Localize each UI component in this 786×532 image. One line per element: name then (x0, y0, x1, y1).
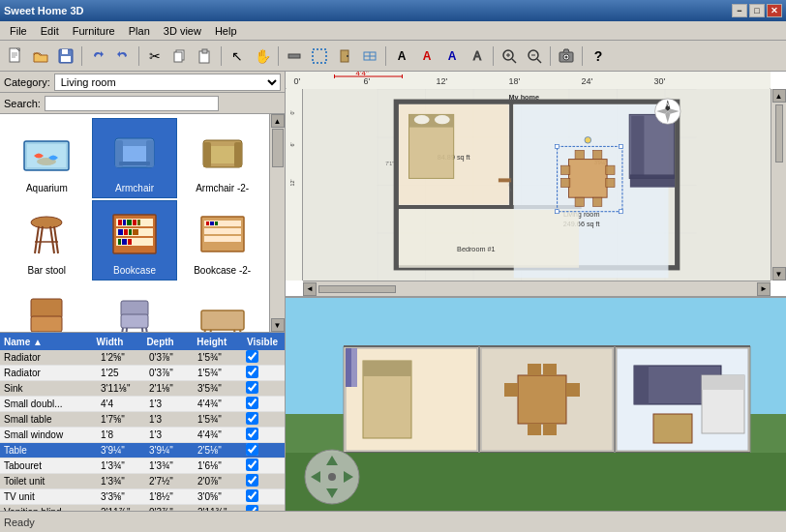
furniture-item-bookcase2[interactable]: Bookcase -2- (179, 200, 265, 281)
props-row-smallwindow[interactable]: Small window 1'8 1'3 4'4¾" (0, 428, 285, 443)
cell-name: Small doubl... (2, 399, 99, 409)
save-button[interactable] (54, 44, 77, 68)
search-input[interactable] (45, 96, 219, 111)
visible-checkbox[interactable] (246, 458, 258, 471)
props-row-sink[interactable]: Sink 3'11⅛" 2'1⅛" 3'5¾" (0, 381, 285, 397)
props-row-radiator2[interactable]: Radiator 1'25 0'3⅞" 1'5¾" (0, 366, 285, 381)
pan-button[interactable]: ✋ (251, 44, 274, 68)
floor-plan[interactable]: 0' 6' 12' 18' 24' 30' 4'4" 0' (286, 72, 786, 298)
furniture-item-bookcase[interactable]: Bookcase (92, 200, 178, 281)
furniture-item-barstool[interactable]: Bar stool (4, 200, 90, 281)
copy-button[interactable] (168, 44, 192, 68)
open-button[interactable] (29, 44, 52, 68)
text-button[interactable]: A (390, 44, 413, 68)
menu-plan[interactable]: Plan (123, 23, 156, 39)
cell-visible (244, 458, 283, 473)
zoom-in-button[interactable] (498, 44, 521, 68)
menu-help[interactable]: Help (209, 23, 243, 39)
plan-scroll-up[interactable]: ▲ (772, 89, 786, 103)
text-style-button[interactable]: A (415, 44, 438, 68)
plan-scroll-down[interactable]: ▼ (772, 267, 786, 281)
plan-hscroll-thumb[interactable] (318, 285, 396, 293)
add-wall-button[interactable] (283, 44, 306, 68)
paste-button[interactable] (194, 44, 217, 68)
visible-checkbox[interactable] (246, 474, 258, 487)
zoom-out-button[interactable] (523, 44, 546, 68)
add-room-button[interactable] (308, 44, 331, 68)
visible-checkbox[interactable] (246, 505, 258, 511)
props-row-smalltable[interactable]: Small table 1'7⅝" 1'3 1'5¾" (0, 412, 285, 428)
maximize-button[interactable]: □ (749, 4, 765, 17)
select-button[interactable]: ↖ (226, 44, 249, 68)
svg-rect-70 (31, 316, 62, 332)
close-button[interactable]: ✕ (767, 4, 782, 17)
help-button[interactable]: ? (587, 44, 610, 68)
furniture-item-armchair2[interactable]: Armchair -2- (179, 118, 265, 198)
visible-checkbox[interactable] (246, 397, 258, 409)
scroll-thumb[interactable] (272, 129, 284, 167)
minimize-button[interactable]: − (732, 4, 747, 17)
category-select[interactable]: Living room Bedroom Kitchen Bathroom (54, 74, 281, 91)
visible-checkbox[interactable] (246, 428, 258, 440)
add-door-button[interactable] (333, 44, 356, 68)
furniture-item-aquarium[interactable]: Aquarium (4, 118, 90, 198)
cut-button[interactable]: ✂ (143, 44, 166, 68)
furniture-item-chair[interactable]: Chair (4, 282, 90, 332)
cell-width: 2'11⅞" (99, 507, 147, 511)
plan-area[interactable]: My home 84.89 sq ft Living room 249.66 s… (303, 89, 771, 281)
new-button[interactable] (4, 44, 27, 68)
svg-line-19 (512, 59, 516, 63)
cell-depth: 2'7½" (147, 476, 196, 487)
coffeetable-thumb (194, 287, 252, 332)
scroll-up-button[interactable]: ▲ (271, 114, 285, 128)
3d-view[interactable] (286, 298, 786, 511)
toolbar-separator-1 (81, 46, 82, 66)
visible-checkbox[interactable] (246, 489, 258, 502)
cell-depth: 0'3⅞" (147, 507, 196, 511)
scroll-down-button[interactable]: ▼ (271, 318, 285, 332)
props-row-tvunit[interactable]: TV unit 3'3⅝" 1'8½" 3'0⅝" (0, 489, 285, 505)
visible-checkbox[interactable] (246, 412, 258, 425)
furniture-item-chair2[interactable]: Chair -2- (92, 282, 178, 332)
props-row-smalldouble[interactable]: Small doubl... 4'4 1'3 4'4¾" (0, 397, 285, 412)
svg-rect-61 (128, 239, 132, 245)
svg-rect-125 (556, 144, 559, 148)
add-window-button[interactable] (358, 44, 381, 68)
plan-scroll-left[interactable]: ◄ (303, 282, 317, 296)
cell-visible (244, 397, 283, 411)
props-row-radiator1[interactable]: Radiator 1'2⅝" 0'3⅞" 1'5¾" (0, 350, 285, 366)
visible-checkbox[interactable] (246, 443, 258, 456)
text-outline-button[interactable]: A (466, 44, 489, 68)
camera-button[interactable] (555, 44, 578, 68)
furniture-scrollbar[interactable]: ▲ ▼ (269, 114, 285, 332)
cell-visible (244, 489, 283, 504)
menu-furniture[interactable]: Furniture (67, 23, 121, 39)
menu-edit[interactable]: Edit (35, 23, 65, 39)
svg-rect-151 (518, 375, 566, 424)
visible-checkbox[interactable] (246, 366, 258, 378)
plan-scroll-vertical[interactable]: ▲ ▼ (771, 89, 786, 281)
furniture-item-coffeetable[interactable]: Coffee table (179, 282, 265, 332)
plan-scroll-horizontal[interactable]: ◄ ► (303, 281, 771, 296)
svg-line-42 (54, 226, 58, 253)
props-row-tabouret[interactable]: Tabouret 1'3¾" 1'3¾" 1'6⅛" (0, 458, 285, 474)
text-color-button[interactable]: A (440, 44, 464, 68)
plan-scroll-right[interactable]: ► (757, 282, 771, 296)
svg-rect-59 (118, 239, 121, 245)
svg-line-43 (39, 226, 43, 253)
furniture-item-armchair[interactable]: Armchair (92, 118, 178, 198)
props-row-toilet[interactable]: Toilet unit 1'3¾" 2'7½" 2'0⅞" (0, 474, 285, 489)
props-row-table[interactable]: Table 3'9¼" 3'9¼" 2'5⅛" (0, 443, 285, 458)
cell-name: Sink (2, 383, 99, 394)
plan-vscroll-thumb[interactable] (775, 104, 783, 163)
undo-button[interactable] (86, 44, 109, 68)
bookcase-label: Bookcase (113, 265, 156, 276)
props-row-venetianblind[interactable]: Venitian blind 2'11⅞" 0'3⅞" 2'11⅜" (0, 505, 285, 511)
visible-checkbox[interactable] (246, 350, 258, 363)
svg-rect-67 (210, 222, 214, 225)
plan-vscroll-track (775, 104, 783, 265)
menu-3dview[interactable]: 3D view (158, 23, 207, 39)
menu-file[interactable]: File (4, 23, 33, 39)
redo-button[interactable] (111, 44, 135, 68)
visible-checkbox[interactable] (246, 381, 258, 394)
